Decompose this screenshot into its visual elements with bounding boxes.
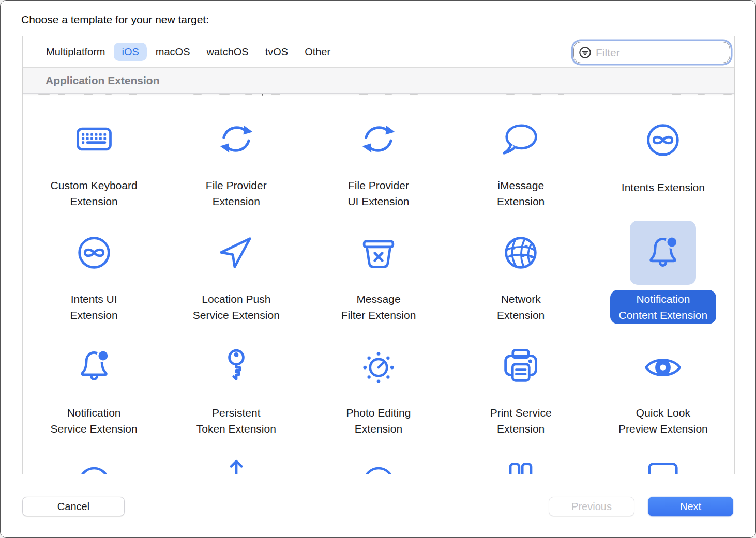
keyboard-icon <box>72 117 116 161</box>
template-list[interactable]: Custom Keyboard Extension File Provider … <box>23 94 734 474</box>
filter-input[interactable] <box>592 47 730 59</box>
clipped-row-remnant <box>23 94 734 97</box>
tab-other[interactable]: Other <box>297 43 338 61</box>
template-file-provider-extension[interactable]: File Provider Extension <box>165 97 307 210</box>
section-header: Application Extension <box>23 68 734 94</box>
template-partially-visible[interactable] <box>592 438 734 474</box>
cancel-button[interactable]: Cancel <box>22 497 125 516</box>
template-label: Persistent Token Extension <box>188 404 285 438</box>
basket-x-icon <box>357 231 400 274</box>
template-label: Network Extension <box>488 290 553 324</box>
tab-macos[interactable]: macOS <box>148 43 198 61</box>
template-notification-service-extension[interactable]: Notification Service Extension <box>23 324 165 438</box>
template-location-push-service-extension[interactable]: Location Push Service Extension <box>165 210 307 324</box>
template-label: File Provider Extension <box>197 176 276 210</box>
key-icon <box>215 345 258 388</box>
template-network-extension[interactable]: Network Extension <box>450 210 592 324</box>
sync-arrows-icon <box>357 117 400 161</box>
circle-partial-icon <box>357 457 400 474</box>
window-icon <box>641 457 685 474</box>
template-grid: Custom Keyboard Extension File Provider … <box>23 97 734 474</box>
template-photo-editing-extension[interactable]: Photo Editing Extension <box>307 324 449 438</box>
bell-badge-icon <box>641 231 685 274</box>
filter-lines-icon <box>579 46 592 59</box>
template-label: Notification Service Extension <box>42 404 146 438</box>
template-label: Intents Extension <box>613 178 714 196</box>
new-target-dialog: Choose a template for your new target: M… <box>0 0 756 538</box>
tab-ios[interactable]: iOS <box>114 43 146 61</box>
template-partially-visible[interactable] <box>165 438 307 474</box>
template-persistent-token-extension[interactable]: Persistent Token Extension <box>165 324 307 438</box>
infinity-circle-icon <box>641 118 685 162</box>
template-imessage-extension[interactable]: iMessage Extension <box>450 97 592 210</box>
next-button[interactable]: Next <box>648 497 733 516</box>
template-custom-keyboard-extension[interactable]: Custom Keyboard Extension <box>23 97 165 210</box>
dialog-footer: Cancel Previous Next <box>22 497 733 516</box>
message-bubble-icon <box>499 117 542 161</box>
previous-button[interactable]: Previous <box>549 497 634 516</box>
dial-icon <box>357 345 400 388</box>
template-partially-visible[interactable] <box>307 438 449 474</box>
template-intents-extension[interactable]: Intents Extension <box>592 97 734 210</box>
template-chooser-panel: Multiplatform iOS macOS watchOS tvOS Oth… <box>22 36 735 474</box>
template-label: Custom Keyboard Extension <box>42 176 146 210</box>
tab-watchos[interactable]: watchOS <box>199 43 256 61</box>
network-globe-icon <box>499 231 542 274</box>
template-label: File Provider UI Extension <box>339 176 418 210</box>
template-message-filter-extension[interactable]: Message Filter Extension <box>307 210 449 324</box>
template-label: Photo Editing Extension <box>338 404 420 438</box>
dialog-title: Choose a template for your new target: <box>21 13 209 26</box>
template-label: iMessage Extension <box>488 176 553 210</box>
sync-arrows-icon <box>215 117 258 161</box>
tab-tvos[interactable]: tvOS <box>258 43 296 61</box>
template-label: Location Push Service Extension <box>184 290 289 324</box>
template-label: Message Filter Extension <box>332 290 425 324</box>
columns-icon <box>499 457 542 474</box>
bell-badge-icon <box>72 345 116 388</box>
infinity-circle-icon <box>72 231 116 274</box>
filter-field[interactable] <box>573 42 730 63</box>
location-arrow-icon <box>215 231 258 274</box>
template-partially-visible[interactable] <box>450 438 592 474</box>
template-quick-look-preview-extension[interactable]: Quick Look Preview Extension <box>592 324 734 438</box>
share-arrow-icon <box>215 457 258 474</box>
template-label: Quick Look Preview Extension <box>610 404 717 438</box>
template-label: Print Service Extension <box>481 404 561 438</box>
eye-icon <box>641 345 685 388</box>
printer-icon <box>499 345 542 388</box>
platform-tabbar: Multiplatform iOS macOS watchOS tvOS Oth… <box>23 36 734 68</box>
template-notification-content-extension[interactable]: Notification Content Extension <box>592 210 734 324</box>
template-label: Intents UI Extension <box>61 290 126 324</box>
circle-partial-icon <box>72 457 116 474</box>
section-header-label: Application Extension <box>46 74 160 87</box>
template-intents-ui-extension[interactable]: Intents UI Extension <box>23 210 165 324</box>
template-file-provider-ui-extension[interactable]: File Provider UI Extension <box>307 97 449 210</box>
template-partially-visible[interactable] <box>23 438 165 474</box>
template-print-service-extension[interactable]: Print Service Extension <box>450 324 592 438</box>
template-label-selected: Notification Content Extension <box>610 290 717 324</box>
tab-multiplatform[interactable]: Multiplatform <box>38 43 113 61</box>
